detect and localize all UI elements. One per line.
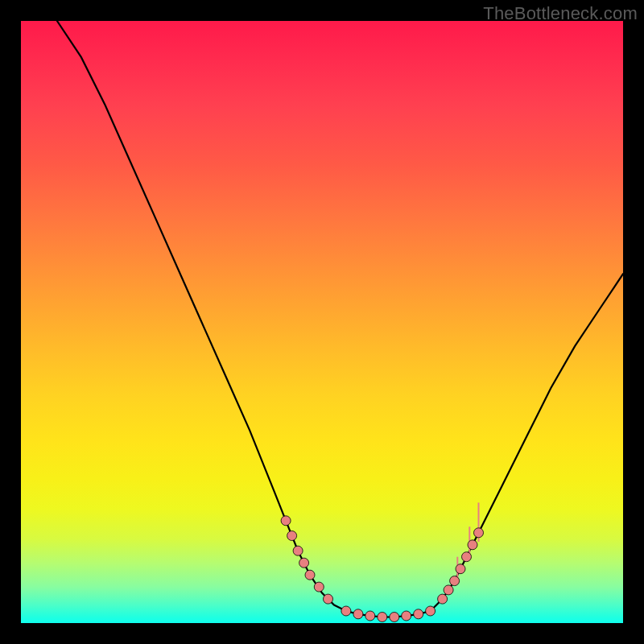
watermark-text: TheBottleneck.com bbox=[483, 3, 638, 24]
data-marker bbox=[426, 606, 436, 616]
data-marker bbox=[353, 609, 363, 619]
data-marker bbox=[365, 611, 375, 621]
data-marker bbox=[444, 585, 453, 595]
data-marker bbox=[402, 611, 411, 621]
data-marker bbox=[314, 582, 324, 592]
plot-area bbox=[21, 21, 623, 623]
data-marker bbox=[378, 613, 387, 622]
data-markers bbox=[281, 516, 483, 622]
data-marker bbox=[474, 528, 484, 538]
data-marker bbox=[341, 606, 351, 616]
data-marker bbox=[456, 564, 465, 574]
data-marker bbox=[299, 558, 309, 568]
data-marker bbox=[390, 613, 399, 622]
data-marker bbox=[450, 576, 460, 586]
data-marker bbox=[293, 546, 303, 555]
data-marker bbox=[305, 570, 315, 580]
data-marker bbox=[438, 594, 448, 604]
data-marker bbox=[468, 540, 477, 550]
data-marker bbox=[281, 516, 291, 526]
bottleneck-curve bbox=[57, 21, 623, 617]
data-marker bbox=[462, 552, 472, 562]
data-marker bbox=[324, 594, 333, 604]
chart-svg bbox=[21, 21, 623, 623]
data-marker bbox=[287, 531, 297, 541]
chart-frame bbox=[21, 21, 623, 623]
data-marker bbox=[414, 609, 423, 619]
